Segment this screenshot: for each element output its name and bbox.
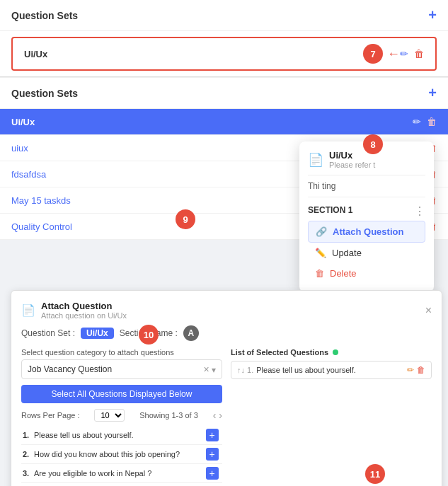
select-controls: × ▾ — [203, 364, 216, 375]
question-text: Please tell us about yourself. — [33, 426, 205, 445]
left-column: Select question category to attach quest… — [21, 348, 222, 483]
next-page-button[interactable]: › — [219, 410, 222, 421]
questions-table: 1. Please tell us about yourself. + 2. H… — [21, 426, 222, 483]
item-actions-0: ✏ 🗑 — [413, 116, 437, 127]
second-panel-header: Question Sets + — [0, 77, 448, 109]
modal-title-area: 📄 Attach Question Attach question on Ui/… — [21, 301, 127, 320]
selected-questions-title: List of Selected Questions — [231, 348, 432, 357]
item-name-uiux-active: Ui/Ux — [11, 117, 35, 127]
edit-icon-0[interactable]: ✏ — [413, 116, 421, 127]
modal-doc-icon: 📄 — [21, 303, 35, 317]
modal-body: Select question category to attach quest… — [21, 348, 432, 483]
selected-q-text: ↑↓ 1.Please tell us about yourself. — [237, 366, 356, 374]
select-clear-icon[interactable]: × — [203, 364, 209, 375]
top-add-button[interactable]: + — [428, 7, 437, 23]
top-item-label: Ui/Ux — [24, 49, 363, 59]
top-panel-title: Question Sets — [11, 10, 78, 21]
top-panel-header: Question Sets + — [0, 0, 448, 31]
add-question-cell: + — [205, 445, 222, 464]
list-item[interactable]: Ui/Ux ✏ 🗑 — [0, 109, 448, 135]
add-question-button[interactable]: + — [206, 429, 219, 441]
top-delete-icon[interactable]: 🗑 — [414, 48, 424, 59]
pencil-icon: ✏️ — [315, 248, 326, 258]
green-dot-icon — [333, 349, 338, 355]
delete-menu-item[interactable]: 🗑 Delete — [308, 263, 425, 284]
badge-8: 8 — [363, 134, 383, 154]
add-question-button[interactable]: + — [206, 448, 219, 461]
showing-label: Showing 1-3 of 3 — [139, 411, 198, 420]
context-popup-header: 📄 Ui/Ux Please refer t — [308, 150, 425, 175]
popup-subtitle: Please refer t — [329, 161, 375, 169]
badge-11: 11 — [365, 464, 385, 484]
delete-label: Delete — [330, 268, 357, 279]
modal-title: Attach Question — [41, 301, 127, 311]
modal-header: 📄 Attach Question Attach question on Ui/… — [21, 301, 432, 320]
arrow-badge-group: 7 ← — [363, 44, 400, 64]
rows-per-page-select[interactable]: 10 25 50 — [94, 409, 125, 422]
table-row: 2. How did you know about this job openi… — [21, 445, 222, 464]
modal-subtitle: Attach question on Ui/Ux — [41, 311, 127, 320]
update-label: Update — [332, 248, 362, 258]
top-item-actions: ✏ 🗑 — [400, 48, 424, 59]
section-dots-icon[interactable]: ⋮ — [414, 204, 425, 218]
link-icon: 🔗 — [316, 226, 327, 237]
add-question-cell: + — [205, 464, 222, 483]
section-label: SECTION 1 — [308, 205, 352, 215]
modal-title-group: Attach Question Attach question on Ui/Ux — [41, 301, 127, 320]
update-menu-item[interactable]: ✏️ Update — [308, 243, 425, 263]
attach-question-label: Attach Question — [333, 226, 403, 237]
item-name-qc: Quality Control — [11, 221, 72, 232]
selected-title-label: List of Selected Questions — [231, 348, 328, 357]
add-question-cell: + — [205, 426, 222, 445]
sq-delete-icon[interactable]: 🗑 — [417, 365, 425, 375]
question-number: 2. — [21, 445, 33, 464]
doc-icon: 📄 — [308, 152, 323, 168]
delete-icon-0[interactable]: 🗑 — [427, 116, 437, 127]
select-all-button[interactable]: Select All Questions Displayed Below — [21, 385, 222, 403]
question-text: How did you know about this job opening? — [33, 445, 205, 464]
top-edit-icon[interactable]: ✏ — [400, 48, 408, 59]
rows-per-page-label: Rows Per Page : — [21, 411, 80, 420]
popup-description: Thi ting — [308, 181, 425, 197]
add-question-button[interactable]: + — [206, 467, 219, 480]
select-dropdown-icon[interactable]: ▾ — [212, 365, 216, 375]
category-select[interactable]: Job Vacancy Question × ▾ — [21, 359, 222, 379]
modal-meta: Question Set : Ui/Ux Section Name : A — [21, 325, 432, 341]
top-item-row: Ui/Ux 7 ← ✏ 🗑 — [11, 37, 437, 71]
question-number: 3. — [21, 464, 33, 483]
badge-7: 7 — [363, 44, 383, 64]
second-panel-title: Question Sets — [11, 88, 78, 99]
question-text: Are you eligible to work in Nepal ? — [33, 464, 205, 483]
question-set-tag: Ui/Ux — [81, 328, 114, 339]
second-add-button[interactable]: + — [428, 85, 437, 101]
rows-per-page-row: Rows Per Page : 10 25 50 Showing 1-3 of … — [21, 409, 222, 422]
section-row: SECTION 1 ⋮ — [308, 204, 425, 218]
section-tag: A — [183, 325, 199, 341]
modal-close-x-button[interactable]: × — [425, 304, 432, 317]
top-panel: Question Sets + Ui/Ux 7 ← ✏ 🗑 — [0, 0, 448, 77]
select-label: Select question category to attach quest… — [21, 348, 222, 357]
question-number: 1. — [21, 426, 33, 445]
trash-icon: 🗑 — [315, 268, 324, 279]
meta-qs-label: Question Set : — [21, 328, 75, 338]
right-column: List of Selected Questions ↑↓ 1.Please t… — [231, 348, 432, 483]
table-row: 3. Are you eligible to work in Nepal ? + — [21, 464, 222, 483]
attach-question-modal: 📄 Attach Question Attach question on Ui/… — [11, 290, 442, 486]
attach-question-menu-item[interactable]: 🔗 Attach Question — [308, 221, 425, 243]
category-selected-value: Job Vacancy Question — [28, 364, 112, 374]
item-name-uiux: uiux — [11, 143, 28, 154]
arrow-left-icon: ← — [387, 47, 400, 62]
selected-question-row: ↑↓ 1.Please tell us about yourself. ✏ 🗑 — [231, 361, 432, 379]
item-name-may15: May 15 taskds — [11, 195, 71, 206]
prev-page-button[interactable]: ‹ — [213, 410, 217, 421]
pagination: ‹ › — [213, 410, 222, 421]
sq-actions: ✏ 🗑 — [407, 365, 425, 375]
sq-edit-icon[interactable]: ✏ — [407, 365, 414, 375]
badge-9: 9 — [176, 209, 195, 229]
table-row: 1. Please tell us about yourself. + — [21, 426, 222, 445]
item-name-fdsafdsa: fdsafdsa — [11, 169, 46, 180]
badge-10: 10 — [139, 325, 159, 345]
context-popup: 📄 Ui/Ux Please refer t Thi ting SECTION … — [299, 141, 434, 292]
selected-questions-list: ↑↓ 1.Please tell us about yourself. ✏ 🗑 — [231, 361, 432, 379]
